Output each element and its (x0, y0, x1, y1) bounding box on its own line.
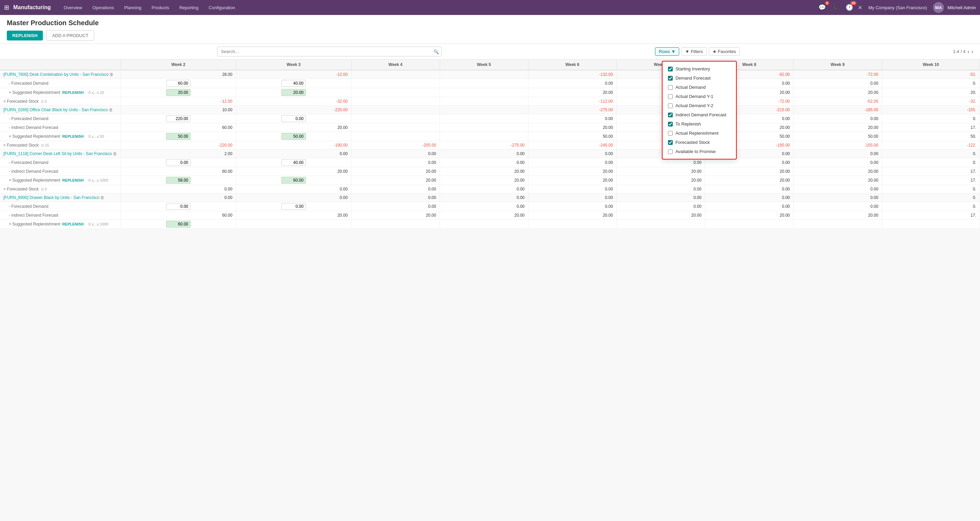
delete-icon[interactable]: 🗑 (100, 195, 105, 200)
dropdown-item[interactable]: Available to Promise (662, 147, 736, 156)
replenish-link[interactable]: REPLENISH (62, 134, 84, 138)
cell-value: 20.00 (705, 167, 794, 176)
dropdown-item[interactable]: Forecasted Stock (662, 138, 736, 147)
cell-input[interactable] (282, 177, 306, 184)
table-cell[interactable] (121, 88, 236, 97)
nav-reporting[interactable]: Reporting (175, 3, 203, 12)
cell-input[interactable] (282, 80, 306, 87)
cell-input[interactable] (282, 203, 306, 210)
replenish-link[interactable]: REPLENISH (62, 91, 84, 95)
table-cell[interactable] (236, 79, 351, 88)
table-cell[interactable] (121, 176, 236, 185)
close-icon[interactable]: ✕ (858, 5, 862, 11)
table-cell[interactable] (236, 132, 351, 141)
cell-input[interactable] (282, 89, 306, 96)
dropdown-checkbox-2[interactable] (668, 85, 673, 90)
replenish-link[interactable]: REPLENISH (62, 178, 84, 182)
dropdown-item-label: Forecasted Stock (675, 140, 710, 145)
prev-page-button[interactable]: ‹ (967, 49, 969, 55)
product-name[interactable]: [FURN_0269] Office Chair Black by Units … (3, 108, 108, 112)
dropdown-checkbox-0[interactable] (668, 67, 673, 71)
dropdown-item[interactable]: Starting Inventory (662, 64, 736, 73)
cell-input[interactable] (166, 115, 191, 122)
page-title: Master Production Schedule (7, 19, 973, 27)
table-cell[interactable] (236, 114, 351, 124)
search-input[interactable] (217, 47, 442, 56)
dropdown-checkbox-3[interactable] (668, 94, 673, 99)
table-cell[interactable] (236, 88, 351, 97)
delete-icon[interactable]: 🗑 (109, 108, 113, 112)
delete-icon[interactable]: 🗑 (113, 151, 117, 156)
table-cell[interactable] (121, 202, 236, 211)
table-cell[interactable] (121, 158, 236, 167)
cell-value: 60.00 (121, 211, 236, 220)
cell-input[interactable] (166, 80, 191, 87)
cell-input[interactable] (166, 133, 191, 140)
dropdown-item[interactable]: To Replenish (662, 119, 736, 129)
delete-icon[interactable]: 🗑 (110, 72, 114, 77)
product-name[interactable]: [FURN_8900] Drawer Black by Units - San … (3, 195, 99, 200)
dropdown-checkbox-9[interactable] (668, 149, 673, 154)
cell-input[interactable] (166, 89, 191, 96)
table-cell[interactable] (236, 202, 351, 211)
messages-badge: 6 (825, 1, 829, 5)
product-name[interactable]: [FURN_1118] Corner Desk Left Sit by Unit… (3, 151, 112, 156)
table-cell (440, 132, 528, 141)
add-product-button[interactable]: ADD A PRODUCT (46, 30, 94, 41)
nav-operations[interactable]: Operations (88, 3, 119, 12)
rows-dropdown: Starting InventoryDemand ForecastActual … (662, 61, 737, 159)
dropdown-checkbox-4[interactable] (668, 103, 673, 108)
dropdown-item[interactable]: Indirect Demand Forecast (662, 110, 736, 119)
table-cell[interactable] (236, 176, 351, 185)
dropdown-checkbox-8[interactable] (668, 140, 673, 145)
nav-configuration[interactable]: Configuration (204, 3, 240, 12)
table-cell[interactable] (121, 220, 236, 229)
cell-input[interactable] (166, 203, 191, 210)
dropdown-item[interactable]: Actual Demand (662, 83, 736, 92)
dropdown-item[interactable]: Actual Replenishment (662, 129, 736, 138)
table-cell[interactable] (121, 114, 236, 124)
dropdown-checkbox-5[interactable] (668, 113, 673, 118)
rows-filter-button[interactable]: Rows ▼ (655, 47, 679, 56)
table-cell[interactable] (236, 220, 351, 229)
cell-input[interactable] (282, 159, 306, 166)
nav-planning[interactable]: Planning (119, 3, 146, 12)
avatar[interactable]: MA (933, 2, 944, 13)
dropdown-checkbox-1[interactable] (668, 76, 673, 81)
cell-input[interactable] (166, 221, 191, 227)
dropdown-item[interactable]: Actual Demand Y-2 (662, 101, 736, 110)
apps-icon[interactable]: ⊞ (4, 4, 9, 11)
cell-value: 0.00 (351, 158, 440, 167)
table-row: = Forecasted Stock ⊙ 15 -220.00-190.00-2… (0, 141, 980, 149)
messages-button[interactable]: 💬 6 (817, 2, 827, 13)
dropdown-item[interactable]: Demand Forecast (662, 73, 736, 83)
table-cell (351, 114, 440, 124)
next-page-button[interactable]: › (972, 49, 973, 55)
phone-button[interactable]: 📞 (830, 2, 841, 13)
table-cell[interactable] (236, 158, 351, 167)
activity-button[interactable]: 🕐 26 (844, 2, 854, 13)
filters-button[interactable]: ▼ Filters (681, 47, 706, 56)
dropdown-item[interactable]: Actual Demand Y-1 (662, 92, 736, 101)
cell-value: 0. (882, 194, 980, 202)
dropdown-checkbox-6[interactable] (668, 122, 673, 127)
col-header-week9: Week 9 (794, 59, 882, 70)
table-cell[interactable] (121, 132, 236, 141)
cell-input[interactable] (282, 133, 306, 140)
cell-input[interactable] (166, 159, 191, 166)
row-label-cell: - Forecasted Demand (0, 202, 121, 211)
nav-products[interactable]: Products (147, 3, 174, 12)
product-name[interactable]: [FURN_7800] Desk Combination by Units - … (3, 72, 108, 77)
cell-value: 20.00 (617, 176, 705, 185)
table-cell (351, 220, 440, 229)
replenish-link[interactable]: REPLENISH (62, 222, 84, 226)
replenish-button[interactable]: REPLENISH (7, 30, 43, 40)
table-row: - Indirect Demand Forecast60.0020.0020.0… (0, 211, 980, 220)
cell-input[interactable] (282, 115, 306, 122)
table-cell[interactable] (121, 79, 236, 88)
nav-overview[interactable]: Overview (59, 3, 87, 12)
favorites-button[interactable]: ★ Favorites (709, 47, 740, 56)
dropdown-checkbox-7[interactable] (668, 131, 673, 136)
table-cell (351, 70, 440, 79)
cell-input[interactable] (166, 177, 191, 184)
